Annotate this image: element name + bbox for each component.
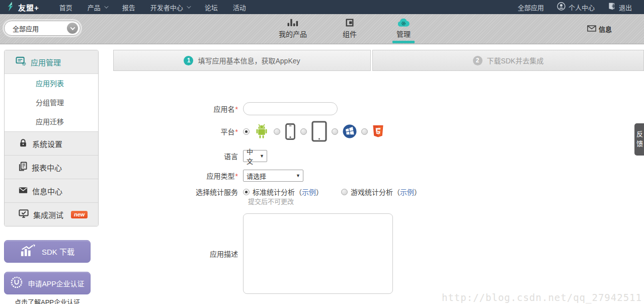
step-2-number: 2 [473, 56, 482, 65]
apply-app-certification-button[interactable]: 申请APP企业认证 [4, 272, 91, 294]
app-management-subnav: 应用列表 分组管理 应用迁移 [5, 73, 98, 131]
platform-row: 平台* [113, 121, 384, 141]
sidebar-item-app-management[interactable]: 应用管理 [5, 50, 98, 73]
game-example-link[interactable]: 示例 [400, 188, 414, 196]
step-1-tab[interactable]: 1 填写应用基本信息，获取AppKey [113, 50, 371, 71]
user-icon [557, 2, 566, 12]
nav-activities[interactable]: 活动 [233, 3, 246, 12]
tab-components[interactable]: 组件 [339, 17, 361, 43]
nav-forum[interactable]: 论坛 [205, 3, 218, 12]
app-name-input[interactable] [243, 102, 338, 115]
umeng-logo-icon [7, 2, 15, 13]
app-name-label: 应用名* [113, 104, 243, 114]
topnav-right: 全部应用 个人中心 退出 [518, 2, 632, 12]
cloud-gear-icon [397, 17, 410, 27]
top-menu: 首页 产品 报告 开发者中心 论坛 活动 [59, 3, 246, 12]
platform-radio-html5[interactable] [361, 128, 368, 135]
sdk-download-button[interactable]: SDK 下载 [4, 240, 91, 263]
stats-hint: 提交后不可更改 [248, 196, 294, 206]
step-header: 1 填写应用基本信息，获取AppKey 2 下载SDK并去集成 [113, 50, 644, 71]
app-type-label: 应用类型* [113, 171, 243, 181]
language-label: 语言 [113, 151, 243, 161]
sidebar-item-app-migration[interactable]: 应用迁移 [5, 112, 98, 131]
app-type-select[interactable]: 请选择▼ [243, 170, 303, 182]
report-document-icon [19, 162, 27, 173]
iphone-icon[interactable] [285, 123, 296, 140]
bar-chart-icon [287, 17, 299, 27]
watermark-text: http://blog.csdn.net/qq_27942511 [442, 292, 642, 303]
stats-standard-radio[interactable] [243, 189, 250, 195]
select-arrow-icon: ▼ [260, 154, 264, 159]
platform-radio-iphone[interactable] [274, 128, 280, 135]
sidebar-item-integration-test[interactable]: 集成测试 new [5, 202, 98, 226]
standard-example-link[interactable]: 示例 [302, 188, 316, 196]
platform-options [243, 121, 384, 142]
sidebar-item-group-management[interactable]: 分组管理 [5, 93, 98, 112]
tab-my-products[interactable]: 我的产品 [279, 17, 307, 43]
platform-label: 平台* [113, 126, 243, 136]
app-name-row: 应用名* [113, 102, 338, 116]
app-selector-dropdown[interactable]: 全部应用 [4, 21, 80, 36]
toolbar-tabs: 我的产品 组件 管理 [279, 17, 415, 43]
all-apps-link[interactable]: 全部应用 [518, 3, 544, 12]
chevron-down-icon [104, 4, 108, 8]
nav-products[interactable]: 产品 [88, 3, 107, 12]
chart-growth-icon [20, 244, 35, 259]
platform-radio-android[interactable] [243, 128, 250, 135]
app-description-textarea[interactable] [243, 213, 393, 294]
description-row: 应用描述 [113, 212, 393, 295]
learn-app-certification-link[interactable]: 点击了解APP企业认证 [4, 297, 91, 304]
language-row: 语言 中文▼ [113, 149, 267, 163]
sidebar-item-system-settings[interactable]: 系统设置 [5, 131, 98, 155]
platform-radio-windows-phone[interactable] [332, 128, 338, 135]
umeng-logo[interactable]: 友盟+ [7, 2, 39, 13]
lock-icon [19, 138, 28, 149]
app-management-icon [16, 56, 26, 67]
step-2-tab[interactable]: 2 下载SDK并去集成 [372, 50, 644, 71]
envelope-icon [19, 187, 28, 195]
select-arrow-icon: ▼ [296, 173, 300, 178]
certificate-badge-icon [10, 276, 23, 290]
tab-management[interactable]: 管理 [392, 17, 415, 43]
logout-link[interactable]: 退出 [608, 2, 632, 12]
stats-service-row: 选择统计服务 标准统计分析（示例） 游戏统计分析（示例） [113, 187, 421, 197]
component-icon [345, 17, 354, 27]
stats-service-label: 选择统计服务 [113, 187, 243, 197]
nav-reports[interactable]: 报告 [122, 3, 135, 12]
ipad-icon[interactable] [311, 121, 327, 142]
app-type-row: 应用类型* 请选择▼ [113, 169, 303, 182]
sidebar: 应用管理 应用列表 分组管理 应用迁移 系统设置 报表中心 信息中心 集成测试 … [4, 50, 99, 226]
new-badge: new [71, 211, 88, 218]
nav-home[interactable]: 首页 [59, 3, 72, 12]
monitor-check-icon [19, 209, 29, 220]
nav-developer-center[interactable]: 开发者中心 [150, 3, 190, 12]
chevron-down-icon [187, 4, 191, 8]
step-1-number: 1 [184, 56, 193, 65]
description-label: 应用描述 [113, 249, 243, 259]
logout-icon [608, 2, 616, 12]
language-select[interactable]: 中文▼ [243, 150, 267, 162]
stats-options: 标准统计分析（示例） 游戏统计分析（示例） [243, 187, 421, 197]
messages-link[interactable]: 信息 [587, 24, 612, 34]
logo-text: 友盟+ [18, 2, 39, 13]
android-icon[interactable] [254, 124, 269, 139]
sidebar-item-app-list[interactable]: 应用列表 [5, 74, 98, 93]
profile-link[interactable]: 个人中心 [557, 2, 595, 12]
feedback-tab[interactable]: 反馈 [634, 123, 644, 156]
sidebar-item-report-center[interactable]: 报表中心 [5, 155, 98, 179]
platform-radio-ipad[interactable] [300, 128, 307, 135]
html5-icon[interactable] [372, 125, 384, 138]
windows-phone-icon[interactable] [343, 124, 357, 138]
top-navbar: 友盟+ 首页 产品 报告 开发者中心 论坛 活动 全部应用 个人中心 退出 [0, 0, 644, 14]
toolbar: 全部应用 我的产品 组件 管理 信息 [0, 14, 644, 44]
stats-game-radio[interactable] [341, 189, 348, 195]
sidebar-item-message-center[interactable]: 信息中心 [5, 179, 98, 202]
chevron-down-icon[interactable] [67, 23, 78, 34]
envelope-icon [587, 25, 596, 33]
